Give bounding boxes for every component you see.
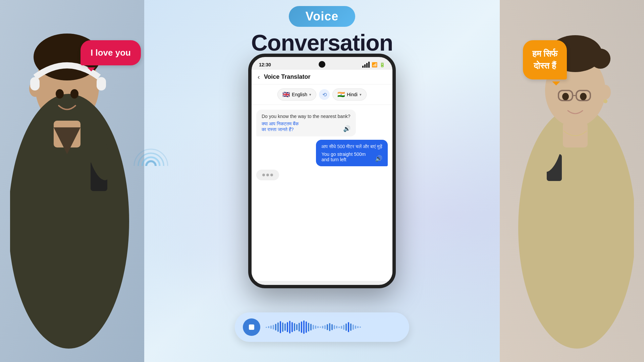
svg-rect-5 [30,77,40,90]
message-sent-wrapper: आप सीधे 500 मीटर चलें और बाएं मुड़ें You… [316,140,388,166]
swap-languages-button[interactable]: ⟲ [319,89,330,100]
svg-point-24 [562,93,569,100]
wave-bar [341,326,342,329]
wave-bar [315,325,316,329]
phone-notch [319,61,325,68]
bubble-right: हम सिर्फ दोस्त हैं [523,40,567,79]
lang-to-label: Hindi [347,92,358,97]
wave-bar [320,326,321,328]
wave-bar [313,325,314,329]
wave-bar [310,324,312,330]
phone-title: Voice Translator [264,73,311,80]
voice-badge: Voice [289,6,355,27]
message-received: Do you know the way to the nearest bank?… [256,110,356,136]
wave-bar [280,321,281,333]
wave-bar [360,326,361,328]
wave-bar [303,320,305,334]
wave-bar [270,325,272,329]
lang-to-button[interactable]: 🇮🇳 Hindi ▾ [332,88,367,101]
wave-bar [329,323,330,331]
svg-point-10 [56,89,64,99]
speaker-icon-2[interactable]: 🔊 [375,155,382,162]
wave-bar [322,326,323,328]
swap-icon: ⟲ [322,92,327,98]
message-sent: आप सीधे 500 मीटर चलें और बाएं मुड़ें You… [316,140,388,166]
battery-icon: 🔋 [379,62,385,67]
chat-area: Do you know the way to the nearest bank?… [252,105,392,281]
phone-mockup: 12:30 📶 🔋 ‹ Voice Translator [248,54,396,288]
audio-waveform-bar [235,312,409,342]
sound-wave-decoration [132,147,169,184]
wave-bar [353,324,354,330]
wave-bar [350,323,352,331]
stop-recording-button[interactable] [243,318,260,336]
signal-icon [362,62,370,68]
typing-dot-3 [270,174,273,176]
wave-bar [268,326,269,328]
wave-bar [275,324,276,330]
wave-bar [294,323,295,331]
wave-bar [289,321,290,334]
wave-bar [324,325,326,329]
chevron-down-icon: ▾ [309,93,311,97]
phone-header: ‹ Voice Translator [252,70,392,84]
wave-bar [299,323,300,331]
wave-bar [287,322,288,332]
wave-bar [336,326,337,328]
wave-bar [317,326,319,328]
time-display: 12:30 [259,62,271,67]
lang-from-button[interactable]: 🇬🇧 English ▾ [277,88,316,101]
english-flag: 🇬🇧 [282,91,290,98]
wave-bar [345,323,347,331]
bubble-left: I love you [80,40,141,65]
wave-bar [306,321,307,333]
back-button[interactable]: ‹ [258,73,260,81]
phone-frame: 12:30 📶 🔋 ‹ Voice Translator [248,54,396,288]
wave-bar [266,327,267,328]
wave-bar [277,322,279,332]
phone-content: ‹ Voice Translator 🇬🇧 English ▾ ⟲ 🇮🇳 Hin… [252,70,392,281]
msg-translated-text: क्या आप निकटतम बैंकका रास्ता जानते हैं? [262,121,299,132]
lang-from-label: English [292,92,307,97]
typing-indicator [256,170,279,180]
conversation-title: Conversation [251,29,393,56]
wave-bar [273,325,274,329]
person-left [10,27,138,349]
wave-bar [284,323,286,331]
wave-bar [343,325,344,330]
chevron-down-icon-2: ▾ [360,93,362,97]
msg-original-text: Do you know the way to the nearest bank? [262,114,351,119]
wave-bar [331,324,333,330]
svg-point-17 [600,85,611,100]
typing-dot-1 [262,174,265,176]
typing-dot-2 [266,174,269,176]
hindi-flag: 🇮🇳 [337,91,345,98]
wave-bar [308,323,309,331]
wave-bar [357,326,359,328]
wifi-icon: 📶 [372,62,377,67]
svg-point-21 [603,99,607,103]
wave-bar [296,324,298,330]
svg-rect-16 [563,122,588,147]
msg-sent-translated: You go straight 500mand turn left 🔊 [321,152,382,162]
speaker-icon[interactable]: 🔊 [343,125,351,132]
svg-rect-6 [97,77,106,90]
wave-bar [355,325,356,329]
svg-point-25 [580,93,587,100]
stop-icon [249,324,254,330]
wave-bar [334,325,335,329]
waveform-display [266,320,401,334]
wave-bar [348,322,349,332]
msg-sent-original: आप सीधे 500 मीटर चलें और बाएं मुड़ें [321,144,382,149]
wave-bar [301,321,302,333]
wave-bar [327,324,328,330]
wave-bar [338,326,340,328]
svg-point-11 [70,89,78,99]
wave-bar [282,322,283,332]
language-selector: 🇬🇧 English ▾ ⟲ 🇮🇳 Hindi ▾ [252,84,392,105]
wave-bar [291,322,293,332]
